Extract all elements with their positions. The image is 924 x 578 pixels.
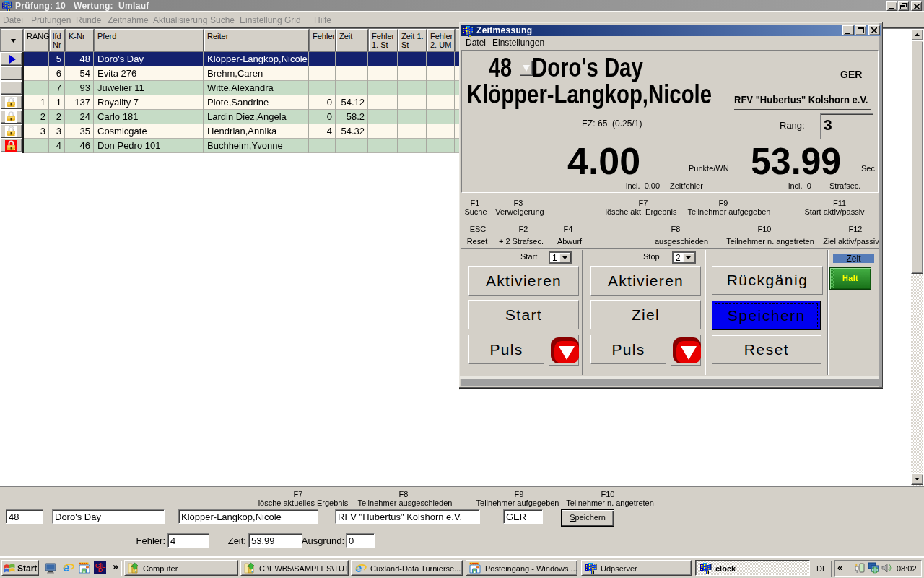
svg-text:D: D — [98, 566, 103, 574]
